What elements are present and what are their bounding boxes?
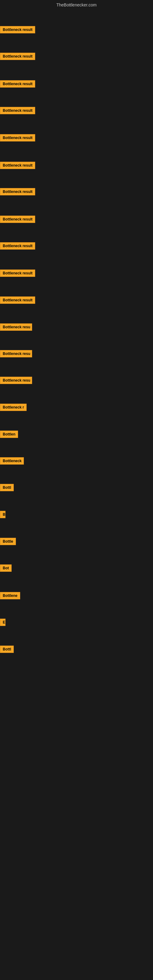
bottleneck-badge-10[interactable]: Bottleneck result	[0, 269, 35, 277]
bottleneck-item-20: Bottle	[0, 538, 16, 546]
bottleneck-badge-24[interactable]: Bottl	[0, 646, 14, 653]
bottleneck-badge-4[interactable]: Bottleneck result	[0, 107, 35, 114]
bottleneck-item-17: Bottleneck	[0, 457, 24, 466]
bottleneck-badge-17[interactable]: Bottleneck	[0, 457, 24, 465]
bottleneck-badge-7[interactable]: Bottleneck result	[0, 188, 35, 196]
bottleneck-item-23: E	[0, 619, 5, 627]
bottleneck-item-2: Bottleneck result	[0, 52, 35, 61]
bottleneck-item-4: Bottleneck result	[0, 107, 35, 115]
bottleneck-item-22: Bottlene	[0, 592, 20, 601]
bottleneck-badge-2[interactable]: Bottleneck result	[0, 52, 35, 60]
site-title: TheBottlenecker.com	[0, 0, 153, 9]
bottleneck-item-18: Bottl	[0, 484, 14, 492]
bottleneck-badge-5[interactable]: Bottleneck result	[0, 134, 35, 142]
bottleneck-badge-16[interactable]: Bottlen	[0, 431, 18, 438]
bottleneck-item-5: Bottleneck result	[0, 134, 35, 143]
bottleneck-item-21: Bot	[0, 565, 12, 573]
bottleneck-badge-6[interactable]: Bottleneck result	[0, 162, 35, 169]
bottleneck-badge-13[interactable]: Bottleneck resu	[0, 350, 32, 357]
bottleneck-item-13: Bottleneck resu	[0, 350, 32, 359]
bottleneck-item-1: Bottleneck result	[0, 26, 35, 35]
bottleneck-badge-11[interactable]: Bottleneck result	[0, 296, 35, 304]
bottleneck-badge-14[interactable]: Bottleneck resu	[0, 377, 32, 384]
bottleneck-badge-20[interactable]: Bottle	[0, 538, 16, 545]
bottleneck-badge-9[interactable]: Bottleneck result	[0, 242, 35, 250]
bottleneck-item-15: Bottleneck r	[0, 404, 27, 412]
bottleneck-badge-21[interactable]: Bot	[0, 565, 12, 572]
bottleneck-item-19: B	[0, 511, 5, 519]
bottleneck-item-12: Bottleneck resu	[0, 323, 32, 332]
bottleneck-item-6: Bottleneck result	[0, 162, 35, 170]
bottleneck-item-16: Bottlen	[0, 431, 18, 439]
bottleneck-item-10: Bottleneck result	[0, 269, 35, 278]
bottleneck-item-3: Bottleneck result	[0, 80, 35, 89]
bottleneck-item-24: Bottl	[0, 646, 14, 654]
bottleneck-badge-19[interactable]: B	[0, 511, 5, 518]
bottleneck-badge-23[interactable]: E	[0, 619, 5, 626]
bottleneck-badge-22[interactable]: Bottlene	[0, 592, 20, 599]
bottleneck-item-14: Bottleneck resu	[0, 377, 32, 385]
bottleneck-item-8: Bottleneck result	[0, 216, 35, 224]
bottleneck-badge-15[interactable]: Bottleneck r	[0, 404, 27, 411]
bottleneck-badge-18[interactable]: Bottl	[0, 484, 14, 491]
bottleneck-badge-8[interactable]: Bottleneck result	[0, 216, 35, 223]
bottleneck-badge-12[interactable]: Bottleneck resu	[0, 323, 32, 331]
bottleneck-item-7: Bottleneck result	[0, 188, 35, 197]
bottleneck-item-9: Bottleneck result	[0, 242, 35, 251]
bottleneck-badge-1[interactable]: Bottleneck result	[0, 26, 35, 33]
bottleneck-badge-3[interactable]: Bottleneck result	[0, 80, 35, 88]
bottleneck-item-11: Bottleneck result	[0, 296, 35, 305]
